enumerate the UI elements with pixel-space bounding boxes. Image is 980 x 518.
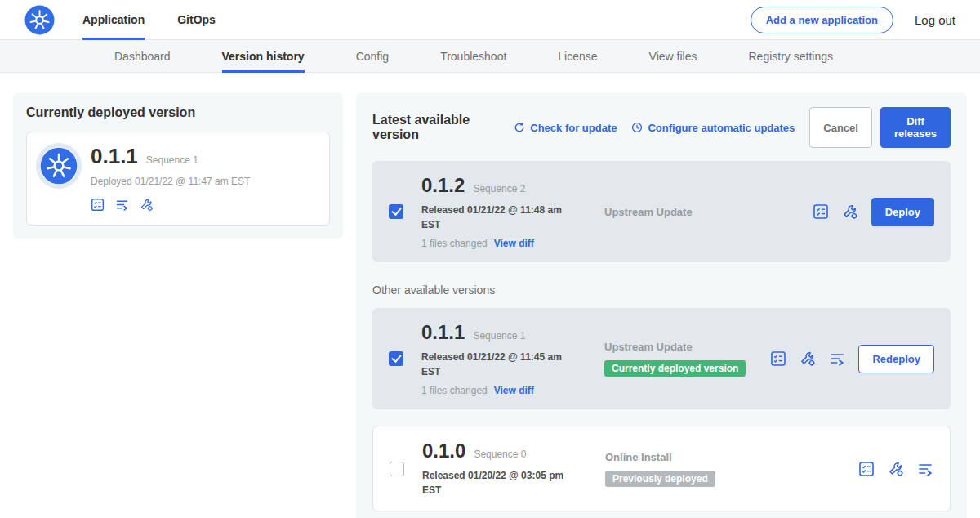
released-timestamp: Released 01/21/22 @ 11:45 am EST	[421, 350, 577, 379]
kubernetes-app-icon	[40, 147, 78, 185]
config-icon[interactable]	[800, 351, 816, 367]
configure-automatic-updates-link[interactable]: Configure automatic updates	[631, 122, 795, 134]
config-icon[interactable]	[888, 461, 904, 477]
check-for-update-label: Check for update	[530, 122, 617, 134]
version-source-label: Online Install	[605, 451, 858, 463]
subnav-item-registry-settings[interactable]: Registry settings	[748, 40, 832, 72]
subnav-item-version-history[interactable]: Version history	[222, 40, 305, 72]
cancel-button[interactable]: Cancel	[809, 107, 872, 148]
subnav-item-troubleshoot[interactable]: Troubleshoot	[440, 40, 506, 72]
sequence-label: Sequence 1	[473, 330, 525, 342]
view-diff-link[interactable]: View diff	[494, 238, 534, 249]
config-icon[interactable]	[140, 198, 154, 212]
preflight-checks-icon[interactable]	[91, 198, 105, 212]
app-subnav: Dashboard Version history Config Trouble…	[0, 40, 980, 73]
deploy-button[interactable]: Deploy	[871, 198, 934, 226]
version-row-0-1-2: 0.1.2 Sequence 2 Released 01/21/22 @ 11:…	[372, 161, 951, 262]
refresh-icon	[514, 122, 525, 133]
preflight-checks-icon[interactable]	[858, 461, 875, 477]
sequence-label: Sequence 2	[473, 183, 525, 194]
logs-icon[interactable]	[829, 351, 845, 367]
version-row-0-1-1: 0.1.1 Sequence 1 Released 01/21/22 @ 11:…	[372, 308, 951, 409]
top-nav-tabs: Application GitOps	[82, 0, 248, 40]
subnav-item-config[interactable]: Config	[356, 40, 389, 72]
clock-icon	[631, 122, 643, 133]
view-diff-link[interactable]: View diff	[494, 385, 534, 396]
top-navbar: Application GitOps Add a new application…	[0, 0, 980, 40]
version-history-card: Latest available version Check for updat…	[356, 92, 967, 518]
version-number: 0.1.0	[422, 440, 466, 462]
version-select-checkbox[interactable]	[390, 462, 404, 476]
logs-icon[interactable]	[115, 198, 129, 212]
subnav-item-license[interactable]: License	[558, 40, 597, 72]
version-source-label: Upstream Update	[604, 206, 813, 218]
subnav-item-dashboard[interactable]: Dashboard	[114, 40, 171, 72]
logout-link[interactable]: Log out	[915, 13, 956, 27]
diff-releases-button[interactable]: Diff releases	[880, 107, 951, 148]
check-for-update-link[interactable]: Check for update	[514, 122, 617, 134]
deployed-timestamp: Deployed 01/21/22 @ 11:47 am EST	[91, 176, 250, 187]
tab-application[interactable]: Application	[82, 0, 145, 40]
preflight-checks-icon[interactable]	[813, 203, 829, 220]
version-number: 0.1.1	[421, 321, 465, 344]
currently-deployed-badge: Currently deployed version	[604, 360, 746, 377]
logs-icon[interactable]	[917, 461, 933, 477]
currently-deployed-card: Currently deployed version 0.1.1 Sequenc…	[13, 92, 343, 239]
deployed-version-tile: 0.1.1 Sequence 1 Deployed 01/21/22 @ 11:…	[26, 132, 330, 226]
previously-deployed-badge: Previously deployed	[605, 471, 715, 487]
released-timestamp: Released 01/20/22 @ 03:05 pm EST	[422, 468, 577, 498]
files-changed-label: 1 files changed	[421, 385, 488, 396]
redeploy-button[interactable]: Redeploy	[858, 345, 934, 373]
deployed-card-title: Currently deployed version	[26, 105, 330, 120]
files-changed-label: 1 files changed	[421, 238, 488, 249]
subnav-item-view-files[interactable]: View files	[649, 40, 697, 72]
configure-automatic-updates-label: Configure automatic updates	[648, 122, 795, 134]
version-select-checkbox[interactable]	[389, 204, 403, 219]
sequence-label: Sequence 0	[474, 449, 526, 460]
tab-gitops[interactable]: GitOps	[177, 0, 216, 40]
latest-available-title: Latest available version	[372, 113, 499, 142]
deployed-version-number: 0.1.1	[91, 144, 138, 169]
version-select-checkbox[interactable]	[389, 351, 403, 366]
add-new-application-button[interactable]: Add a new application	[751, 7, 893, 33]
preflight-checks-icon[interactable]	[770, 351, 786, 367]
config-icon[interactable]	[842, 203, 858, 220]
version-source-label: Upstream Update	[604, 341, 770, 353]
kubernetes-logo-icon[interactable]	[24, 5, 55, 35]
deployed-sequence-label: Sequence 1	[146, 154, 198, 166]
version-number: 0.1.2	[421, 174, 465, 197]
main-content: Currently deployed version 0.1.1 Sequenc…	[0, 73, 980, 518]
released-timestamp: Released 01/21/22 @ 11:48 am EST	[421, 203, 577, 232]
version-row-0-1-0: 0.1.0 Sequence 0 Released 01/20/22 @ 03:…	[372, 426, 951, 511]
other-available-versions-title: Other available versions	[372, 284, 951, 297]
